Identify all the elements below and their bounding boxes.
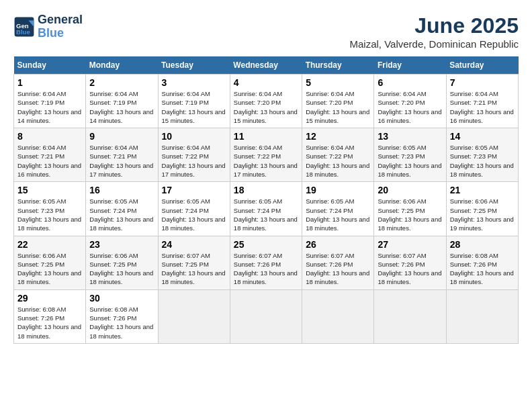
day-info: Sunrise: 6:04 AMSunset: 7:19 PMDaylight:… xyxy=(17,89,82,125)
day-info: Sunrise: 6:04 AMSunset: 7:19 PMDaylight:… xyxy=(89,89,154,125)
calendar-cell: 11Sunrise: 6:04 AMSunset: 7:22 PMDayligh… xyxy=(230,128,302,182)
weekday-header-tuesday: Tuesday xyxy=(158,56,230,75)
calendar-cell: 17Sunrise: 6:05 AMSunset: 7:24 PMDayligh… xyxy=(158,182,230,236)
day-number: 25 xyxy=(234,239,298,250)
calendar-cell xyxy=(302,289,374,343)
day-info: Sunrise: 6:04 AMSunset: 7:21 PMDaylight:… xyxy=(450,89,515,125)
weekday-header-saturday: Saturday xyxy=(446,56,518,75)
calendar-week-row: 15Sunrise: 6:05 AMSunset: 7:23 PMDayligh… xyxy=(14,182,519,236)
weekday-header-wednesday: Wednesday xyxy=(230,56,302,75)
day-number: 22 xyxy=(17,239,82,250)
calendar-cell: 21Sunrise: 6:06 AMSunset: 7:25 PMDayligh… xyxy=(446,182,518,236)
day-number: 4 xyxy=(234,77,298,88)
calendar-cell: 4Sunrise: 6:04 AMSunset: 7:20 PMDaylight… xyxy=(230,75,302,128)
day-info: Sunrise: 6:07 AMSunset: 7:26 PMDaylight:… xyxy=(306,251,370,287)
calendar-week-row: 1Sunrise: 6:04 AMSunset: 7:19 PMDaylight… xyxy=(14,75,519,128)
day-number: 29 xyxy=(17,293,82,304)
calendar-cell: 2Sunrise: 6:04 AMSunset: 7:19 PMDaylight… xyxy=(86,75,158,128)
day-info: Sunrise: 6:07 AMSunset: 7:25 PMDaylight:… xyxy=(162,251,226,287)
calendar-cell: 30Sunrise: 6:08 AMSunset: 7:26 PMDayligh… xyxy=(86,289,158,343)
day-number: 13 xyxy=(378,131,442,142)
day-number: 30 xyxy=(89,293,154,304)
day-info: Sunrise: 6:05 AMSunset: 7:23 PMDaylight:… xyxy=(378,143,442,179)
calendar-cell: 14Sunrise: 6:05 AMSunset: 7:23 PMDayligh… xyxy=(446,128,518,182)
calendar-cell: 18Sunrise: 6:05 AMSunset: 7:24 PMDayligh… xyxy=(230,182,302,236)
day-info: Sunrise: 6:04 AMSunset: 7:22 PMDaylight:… xyxy=(306,143,370,179)
logo: Gen Blue General Blue xyxy=(13,13,83,40)
weekday-header-thursday: Thursday xyxy=(302,56,374,75)
day-number: 3 xyxy=(162,77,226,88)
day-info: Sunrise: 6:06 AMSunset: 7:25 PMDaylight:… xyxy=(17,251,82,287)
day-number: 6 xyxy=(378,77,442,88)
calendar-cell: 27Sunrise: 6:07 AMSunset: 7:26 PMDayligh… xyxy=(374,236,446,289)
day-number: 5 xyxy=(306,77,370,88)
day-info: Sunrise: 6:08 AMSunset: 7:26 PMDaylight:… xyxy=(17,305,82,340)
svg-text:Blue: Blue xyxy=(16,28,30,36)
day-number: 28 xyxy=(450,239,515,250)
calendar-cell xyxy=(374,289,446,343)
logo-text: General Blue xyxy=(38,13,83,40)
calendar-cell xyxy=(230,289,302,343)
day-number: 1 xyxy=(17,77,82,88)
day-number: 18 xyxy=(234,185,298,195)
day-number: 20 xyxy=(378,185,442,195)
calendar-cell xyxy=(446,289,518,343)
day-info: Sunrise: 6:08 AMSunset: 7:26 PMDaylight:… xyxy=(89,305,154,340)
weekday-header-sunday: Sunday xyxy=(14,56,86,75)
day-number: 24 xyxy=(162,239,226,250)
calendar-cell: 8Sunrise: 6:04 AMSunset: 7:21 PMDaylight… xyxy=(14,128,86,182)
calendar-cell: 3Sunrise: 6:04 AMSunset: 7:19 PMDaylight… xyxy=(158,75,230,128)
day-number: 11 xyxy=(234,131,298,142)
calendar-cell: 10Sunrise: 6:04 AMSunset: 7:22 PMDayligh… xyxy=(158,128,230,182)
day-info: Sunrise: 6:05 AMSunset: 7:23 PMDaylight:… xyxy=(450,143,515,179)
calendar-cell: 9Sunrise: 6:04 AMSunset: 7:21 PMDaylight… xyxy=(86,128,158,182)
calendar-week-row: 29Sunrise: 6:08 AMSunset: 7:26 PMDayligh… xyxy=(14,289,519,343)
calendar-cell: 29Sunrise: 6:08 AMSunset: 7:26 PMDayligh… xyxy=(14,289,86,343)
day-number: 16 xyxy=(89,185,154,195)
day-number: 23 xyxy=(89,239,154,250)
day-number: 27 xyxy=(378,239,442,250)
day-number: 9 xyxy=(89,131,154,142)
calendar-cell: 25Sunrise: 6:07 AMSunset: 7:26 PMDayligh… xyxy=(230,236,302,289)
day-number: 8 xyxy=(17,131,82,142)
calendar-cell: 15Sunrise: 6:05 AMSunset: 7:23 PMDayligh… xyxy=(14,182,86,236)
calendar-cell: 19Sunrise: 6:05 AMSunset: 7:24 PMDayligh… xyxy=(302,182,374,236)
day-number: 12 xyxy=(306,131,370,142)
day-number: 14 xyxy=(450,131,515,142)
calendar-cell: 1Sunrise: 6:04 AMSunset: 7:19 PMDaylight… xyxy=(14,75,86,128)
day-number: 10 xyxy=(162,131,226,142)
calendar-cell: 26Sunrise: 6:07 AMSunset: 7:26 PMDayligh… xyxy=(302,236,374,289)
day-number: 15 xyxy=(17,185,82,195)
day-info: Sunrise: 6:06 AMSunset: 7:25 PMDaylight:… xyxy=(89,251,154,287)
day-info: Sunrise: 6:06 AMSunset: 7:25 PMDaylight:… xyxy=(450,197,515,232)
day-info: Sunrise: 6:05 AMSunset: 7:24 PMDaylight:… xyxy=(306,197,370,232)
calendar-cell: 7Sunrise: 6:04 AMSunset: 7:21 PMDaylight… xyxy=(446,75,518,128)
day-number: 26 xyxy=(306,239,370,250)
day-number: 21 xyxy=(450,185,515,195)
day-number: 19 xyxy=(306,185,370,195)
day-number: 17 xyxy=(162,185,226,195)
weekday-header-friday: Friday xyxy=(374,56,446,75)
logo-icon: Gen Blue xyxy=(13,16,35,38)
day-info: Sunrise: 6:04 AMSunset: 7:19 PMDaylight:… xyxy=(162,89,226,125)
weekday-header-row: SundayMondayTuesdayWednesdayThursdayFrid… xyxy=(14,56,519,75)
day-number: 7 xyxy=(450,77,515,88)
calendar-cell: 5Sunrise: 6:04 AMSunset: 7:20 PMDaylight… xyxy=(302,75,374,128)
month-title: June 2025 xyxy=(350,13,519,38)
day-info: Sunrise: 6:04 AMSunset: 7:20 PMDaylight:… xyxy=(306,89,370,125)
calendar-table: SundayMondayTuesdayWednesdayThursdayFrid… xyxy=(13,56,519,344)
calendar-week-row: 22Sunrise: 6:06 AMSunset: 7:25 PMDayligh… xyxy=(14,236,519,289)
calendar-cell: 12Sunrise: 6:04 AMSunset: 7:22 PMDayligh… xyxy=(302,128,374,182)
location-title: Maizal, Valverde, Dominican Republic xyxy=(350,38,519,50)
page-header: Gen Blue General Blue June 2025 Maizal, … xyxy=(13,13,519,50)
day-info: Sunrise: 6:05 AMSunset: 7:24 PMDaylight:… xyxy=(234,197,298,232)
day-info: Sunrise: 6:05 AMSunset: 7:23 PMDaylight:… xyxy=(17,197,82,232)
day-info: Sunrise: 6:05 AMSunset: 7:24 PMDaylight:… xyxy=(89,197,154,232)
day-info: Sunrise: 6:04 AMSunset: 7:22 PMDaylight:… xyxy=(234,143,298,179)
calendar-cell: 23Sunrise: 6:06 AMSunset: 7:25 PMDayligh… xyxy=(86,236,158,289)
calendar-cell xyxy=(158,289,230,343)
day-info: Sunrise: 6:04 AMSunset: 7:21 PMDaylight:… xyxy=(89,143,154,179)
calendar-cell: 24Sunrise: 6:07 AMSunset: 7:25 PMDayligh… xyxy=(158,236,230,289)
day-info: Sunrise: 6:04 AMSunset: 7:21 PMDaylight:… xyxy=(17,143,82,179)
day-info: Sunrise: 6:06 AMSunset: 7:25 PMDaylight:… xyxy=(378,197,442,232)
